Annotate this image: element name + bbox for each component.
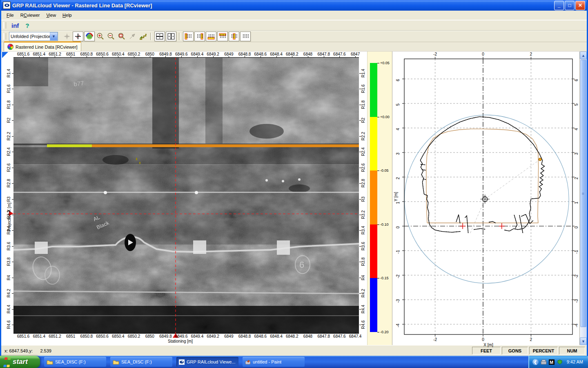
axis-tick: [359, 262, 361, 262]
split-horizontal-icon[interactable]: [154, 31, 165, 41]
colorbar-tick: [377, 63, 379, 63]
tab-rastered-line-data[interactable]: Rastered Line Data [RCviewer]: [4, 41, 81, 51]
axis-tick: [229, 332, 229, 334]
axis-tick: [12, 262, 13, 262]
vertical-scrollbar[interactable]: ▲ ▼: [579, 52, 587, 345]
scanner-icon[interactable]: [541, 359, 547, 365]
row-label-right: R3.2: [361, 210, 365, 219]
tab-label: Rastered Line Data [RCviewer]: [16, 45, 78, 49]
axis-tick: [359, 152, 361, 152]
paint-icon: [245, 359, 251, 365]
grid-middle-band-icon[interactable]: [229, 31, 239, 41]
row-label-right: R2.4: [361, 148, 365, 156]
scrollbar-track[interactable]: [580, 328, 587, 337]
cross-section-plot[interactable]: 66554433221100-1-1-2-2-3-3-4-4-2-20022X …: [392, 52, 581, 348]
axis-tick: [359, 120, 361, 121]
axis-tick: [102, 332, 103, 334]
raster-dark-seam: [152, 58, 179, 148]
spark-icon[interactable]: [62, 32, 72, 41]
axis-tick: [12, 152, 13, 152]
clock: 9:42 AM: [567, 359, 583, 364]
restore-button[interactable]: □: [565, 1, 575, 10]
pan-icon[interactable]: [127, 32, 137, 41]
axis-tick: [71, 56, 71, 57]
scan-profile: [521, 214, 533, 224]
row-label-left: R4.6: [7, 320, 11, 329]
task-grp-railcloud[interactable]: GRP RAILcloud Viewe...: [176, 357, 238, 367]
station-label-bottom: 6848.8: [238, 334, 251, 339]
row-label-right: R3.8: [361, 258, 365, 266]
profile-crosshair-icon[interactable]: [73, 31, 83, 41]
scroll-down-icon[interactable]: ▼: [580, 337, 587, 345]
plot-tick-label: -3: [574, 299, 579, 303]
y-axis-title: Y [m]: [394, 192, 398, 201]
row-label-left: R3.4: [7, 226, 11, 235]
axis-tick: [339, 332, 340, 334]
axis-tick: [359, 168, 361, 168]
zoom-in-icon[interactable]: [96, 32, 105, 41]
colorbar-label: -0.10: [380, 222, 389, 227]
task-untitled-paint[interactable]: untitled - Paint: [243, 357, 305, 367]
grid-right-band-icon[interactable]: [194, 31, 205, 41]
start-button[interactable]: start: [0, 356, 40, 368]
axis-tick: [12, 230, 13, 231]
menu-help[interactable]: Help: [60, 11, 75, 19]
station-label-bottom: 6849.6: [175, 334, 188, 339]
scrollbar-thumb[interactable]: [580, 60, 586, 327]
projection-select[interactable]: Unfolded (Projection ▼: [9, 32, 58, 41]
scan-profile: [456, 215, 460, 223]
folder-icon: [47, 359, 53, 365]
rainbow-circle-icon[interactable]: [84, 31, 95, 41]
title-bar[interactable]: GRP RAILcloud Viewer - Rastered Line Dat…: [1, 0, 587, 11]
window-title: GRP RAILcloud Viewer - Rastered Line Dat…: [12, 2, 554, 9]
zoom-window-icon[interactable]: [117, 32, 127, 41]
grid-top-band-icon[interactable]: [217, 31, 228, 41]
cross-section-pane[interactable]: 66554433221100-1-1-2-2-3-3-4-4-2-20022X …: [392, 52, 579, 345]
plot-tick-label: -2: [433, 52, 437, 56]
info-button[interactable]: inf: [8, 22, 22, 29]
minimize-button[interactable]: _: [554, 1, 564, 10]
axis-tick: [359, 215, 361, 215]
row-label-right: R2.2: [361, 132, 365, 140]
hide-icons-chevron-icon[interactable]: ❮: [532, 359, 539, 365]
rastered-data-icon: [7, 44, 13, 50]
axis-tick: [55, 56, 55, 57]
station-label-bottom: 6851.4: [33, 334, 45, 339]
row-label-right: R3.6: [361, 242, 365, 250]
menu-view[interactable]: View: [43, 11, 59, 19]
projection-select-value: Unfolded (Projection: [9, 34, 50, 39]
m-app-icon[interactable]: M: [549, 359, 555, 365]
colorbar-label: +0.05: [380, 61, 390, 65]
chevron-down-icon[interactable]: ▼: [50, 32, 58, 40]
axis-tick: [12, 183, 13, 184]
axis-tick: [359, 246, 361, 247]
grid-bottom-band-icon[interactable]: [206, 31, 216, 41]
scroll-up-icon[interactable]: ▲: [580, 52, 587, 59]
menu-rcviewer[interactable]: RCviewer: [18, 11, 43, 19]
context-help-button[interactable]: ?: [22, 22, 32, 29]
grid-plain-icon[interactable]: [240, 31, 251, 41]
axis-tick: [324, 332, 324, 334]
steps-icon[interactable]: [138, 32, 148, 41]
menu-file[interactable]: File: [4, 11, 17, 19]
scan-profile: [423, 179, 426, 180]
zoom-out-icon[interactable]: [106, 32, 116, 41]
x-axis-title: X [m]: [483, 343, 493, 347]
colorbar-segment: [370, 171, 377, 224]
task-sea-disc-2[interactable]: SEA_DISC (F:): [110, 357, 172, 367]
scan-profile: [474, 229, 486, 229]
raster-image[interactable]: b77 AL Black 6: [13, 57, 359, 334]
plot-tick-label: -1: [574, 250, 579, 254]
toolbar-separator: [150, 33, 152, 40]
row-label-left: R4: [7, 275, 11, 280]
plot-tick-label: 0: [396, 226, 400, 229]
split-vertical-icon[interactable]: [166, 31, 176, 41]
highlight-point: [539, 158, 541, 161]
row-label-left: R1.8: [7, 100, 11, 109]
grid-left-band-icon[interactable]: [183, 31, 194, 41]
rcviewer-icon: [179, 359, 185, 365]
axis-tick: [261, 56, 261, 57]
green-app-icon[interactable]: [557, 359, 563, 365]
close-button[interactable]: ✕: [575, 1, 585, 10]
task-sea-disc-1[interactable]: SEA_DISC (F:): [44, 357, 106, 367]
